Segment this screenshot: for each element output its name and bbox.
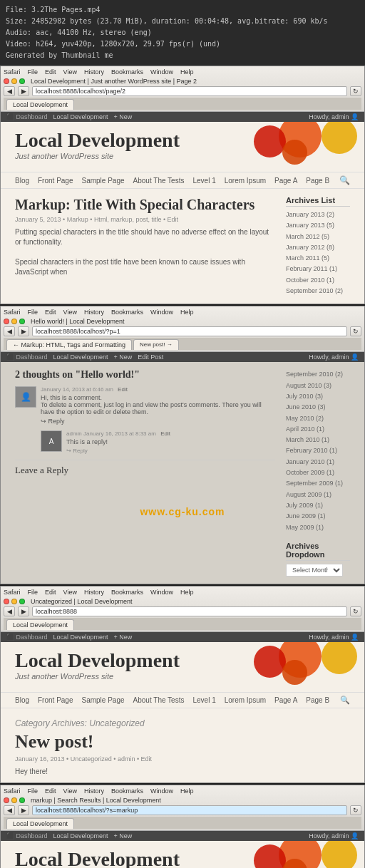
admin-wp-4[interactable]: ⬛ Dashboard xyxy=(6,832,48,839)
menu2-view[interactable]: View xyxy=(63,309,77,316)
admin-site-2[interactable]: Local Development xyxy=(53,353,108,361)
maximize-btn-4[interactable] xyxy=(19,797,25,803)
post-edit-1[interactable]: Edit xyxy=(168,216,179,223)
menu-view[interactable]: View xyxy=(63,68,77,76)
tab-2a[interactable]: ← Markup: HTML, Tags and Formatting xyxy=(6,339,132,350)
menu3-help[interactable]: Help xyxy=(180,589,194,596)
close-btn-4[interactable] xyxy=(4,797,9,803)
close-btn[interactable] xyxy=(4,78,9,84)
archive-item-2[interactable]: August 2009 (1) xyxy=(286,490,350,500)
minimize-btn[interactable] xyxy=(11,78,17,84)
menu4-bookmarks[interactable]: Bookmarks xyxy=(111,787,143,795)
back-btn-2[interactable]: ◀ xyxy=(4,326,15,336)
tab-1[interactable]: Local Development xyxy=(6,99,74,110)
address-bar-1[interactable]: localhost:8888/localhost/page/2 xyxy=(32,86,347,96)
admin-wp-2[interactable]: ⬛ Dashboard xyxy=(6,353,48,361)
archive-item-2[interactable]: July 2010 (3) xyxy=(286,391,350,402)
nav3-samplepage[interactable]: Sample Page xyxy=(82,696,125,704)
archive-item-2[interactable]: January 2010 (1) xyxy=(286,457,350,467)
menu2-help[interactable]: Help xyxy=(180,309,194,316)
browser-menu-1[interactable]: Safari File Edit View History Bookmarks … xyxy=(4,68,361,76)
archive-item-2[interactable]: April 2010 (1) xyxy=(286,424,350,435)
forward-btn[interactable]: ▶ xyxy=(18,86,29,96)
admin-edit-post-2[interactable]: Edit Post xyxy=(138,353,163,361)
archive-item-2[interactable]: October 2009 (1) xyxy=(286,467,350,478)
menu4-history[interactable]: History xyxy=(84,787,104,795)
menu3-edit[interactable]: Edit xyxy=(45,589,56,596)
nav-samplepage[interactable]: Sample Page xyxy=(82,177,125,185)
archive-item[interactable]: January 2013 (5) xyxy=(286,220,350,231)
refresh-btn-2[interactable]: ↻ xyxy=(350,326,361,336)
menu3-history[interactable]: History xyxy=(84,589,104,596)
nav-level1[interactable]: Level 1 xyxy=(192,177,215,185)
admin-new[interactable]: + New xyxy=(114,113,133,120)
archive-item-2[interactable]: May 2009 (1) xyxy=(286,522,350,533)
close-btn-3[interactable] xyxy=(4,599,9,604)
menu-safari[interactable]: Safari xyxy=(4,68,21,76)
nav-abouttests[interactable]: About The Tests xyxy=(133,177,185,185)
menu-window[interactable]: Window xyxy=(150,68,173,76)
tab-2b[interactable]: New post! → xyxy=(133,339,179,350)
nav3-abouttests[interactable]: About The Tests xyxy=(133,696,185,704)
minimize-btn-2[interactable] xyxy=(11,319,17,324)
archive-item-2[interactable]: March 2010 (1) xyxy=(286,435,350,445)
menu2-file[interactable]: File xyxy=(28,309,38,316)
archive-item-2[interactable]: September 2010 (2) xyxy=(286,369,350,380)
menu3-safari[interactable]: Safari xyxy=(4,589,21,596)
menu4-view[interactable]: View xyxy=(63,787,77,795)
nav3-blog[interactable]: Blog xyxy=(15,696,29,704)
address-bar-2[interactable]: localhost:8888/localhost/?p=1 xyxy=(32,326,347,336)
menu2-bookmarks[interactable]: Bookmarks xyxy=(111,309,143,316)
menu2-history[interactable]: History xyxy=(84,309,104,316)
admin-wp[interactable]: ⬛ Dashboard xyxy=(6,113,48,120)
archive-item-2[interactable]: June 2010 (3) xyxy=(286,402,350,413)
maximize-btn-2[interactable] xyxy=(19,319,25,324)
browser-menu-2[interactable]: Safari File Edit View History Bookmarks … xyxy=(4,309,361,316)
archive-item-2[interactable]: August 2010 (3) xyxy=(286,381,350,391)
menu4-window[interactable]: Window xyxy=(150,787,173,795)
admin-wp-3[interactable]: ⬛ Dashboard xyxy=(6,634,48,641)
archive-item[interactable]: October 2010 (1) xyxy=(286,275,350,286)
nav-frontpage[interactable]: Front Page xyxy=(38,177,73,185)
comment-edit-1[interactable]: Edit xyxy=(118,386,128,393)
archive-item[interactable]: February 2011 (1) xyxy=(286,264,350,274)
menu-edit[interactable]: Edit xyxy=(45,68,56,76)
forward-btn-4[interactable]: ▶ xyxy=(18,805,29,815)
browser-menu-4[interactable]: Safari File Edit View History Bookmarks … xyxy=(4,787,361,795)
menu4-safari[interactable]: Safari xyxy=(4,787,21,795)
menu3-window[interactable]: Window xyxy=(150,589,173,596)
admin-site-3[interactable]: Local Development xyxy=(53,634,108,641)
back-btn-4[interactable]: ◀ xyxy=(4,805,15,815)
menu4-file[interactable]: File xyxy=(28,787,38,795)
comment-reply-2[interactable]: ↪ Reply xyxy=(66,448,275,454)
nav-blog[interactable]: Blog xyxy=(15,177,29,185)
archive-item-2[interactable]: July 2009 (1) xyxy=(286,500,350,511)
menu3-file[interactable]: File xyxy=(28,589,38,596)
back-btn-3[interactable]: ◀ xyxy=(4,606,15,616)
archive-item-2[interactable]: September 2009 (1) xyxy=(286,478,350,489)
close-btn-2[interactable] xyxy=(4,319,9,324)
menu3-view[interactable]: View xyxy=(63,589,77,596)
admin-site[interactable]: Local Development xyxy=(53,113,108,120)
address-bar-3[interactable]: localhost:8888 xyxy=(32,606,347,616)
maximize-btn[interactable] xyxy=(19,78,25,84)
refresh-btn-4[interactable]: ↻ xyxy=(350,805,361,815)
browser-menu-3[interactable]: Safari File Edit View History Bookmarks … xyxy=(4,589,361,596)
archive-item-2[interactable]: May 2010 (2) xyxy=(286,413,350,424)
admin-new-4[interactable]: + New xyxy=(114,832,133,839)
archives-dropdown[interactable]: Select Month xyxy=(286,564,343,577)
admin-site-4[interactable]: Local Development xyxy=(53,832,108,839)
refresh-btn-3[interactable]: ↻ xyxy=(350,606,361,616)
menu2-safari[interactable]: Safari xyxy=(4,309,21,316)
minimize-btn-3[interactable] xyxy=(11,599,17,604)
archive-item-2[interactable]: June 2009 (1) xyxy=(286,511,350,522)
menu4-help[interactable]: Help xyxy=(180,787,194,795)
admin-new-2[interactable]: + New xyxy=(114,353,133,361)
comment-edit-2[interactable]: Edit xyxy=(160,430,170,437)
menu2-window[interactable]: Window xyxy=(150,309,173,316)
archive-item[interactable]: March 2011 (5) xyxy=(286,253,350,264)
tab-4[interactable]: Local Development xyxy=(6,818,74,829)
menu-bookmarks[interactable]: Bookmarks xyxy=(111,68,143,76)
archive-item[interactable]: January 2013 (2) xyxy=(286,210,350,220)
tab-3[interactable]: Local Development xyxy=(6,619,74,630)
